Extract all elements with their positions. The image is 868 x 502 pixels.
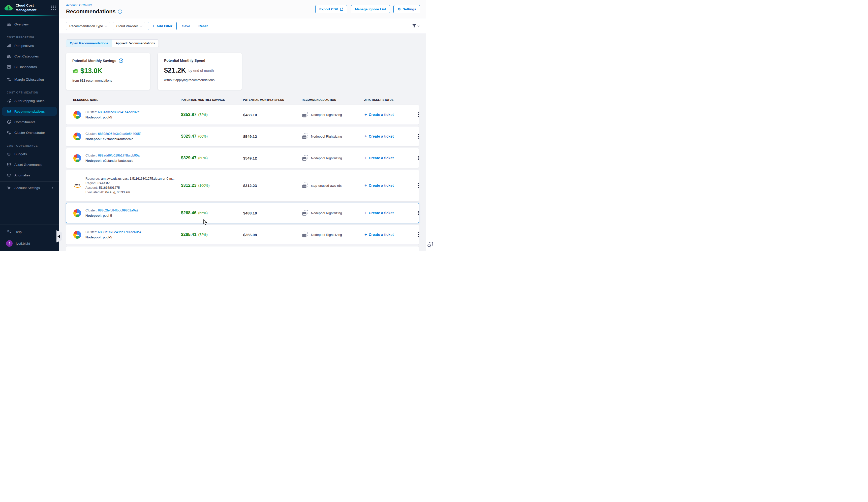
row-menu-button[interactable] [416, 231, 420, 238]
sidebar-item-cost-categories[interactable]: Cost Categories [0, 52, 57, 61]
create-ticket-button[interactable]: + Create a ticket [364, 156, 394, 160]
resource-line: Cluster:688c2fefc84fbdc99801a0a2 [85, 208, 138, 212]
rightsizing-action-icon [302, 112, 309, 118]
sidebar-item-label: BI Dashboards [14, 65, 37, 69]
save-filter-button[interactable]: Save [182, 24, 190, 28]
resource-line: Cluster:6881a3ccc887941a4ee202ff [85, 110, 140, 114]
sidebar-item-commitments[interactable]: Commitments [0, 118, 57, 126]
cluster-link[interactable]: 6888b1c70e49db17c1de60c4 [98, 230, 141, 234]
sidebar-item-perspectives[interactable]: Perspectives [0, 41, 57, 50]
create-ticket-button[interactable]: + Create a ticket [364, 210, 394, 216]
settings-button[interactable]: ⚙ Settings [393, 5, 420, 13]
sidebar-section-heading: COST OPTIMIZATION [0, 86, 59, 96]
table-row[interactable]: ☁ Cluster:6886e92f59a48cad86b5b1c6 $244.… [66, 246, 419, 251]
tab-applied-recommendations[interactable]: Applied Recommendations [112, 40, 158, 47]
savings-value: $13.0K [80, 67, 102, 75]
savings-card-title: Potential Monthly Savings [72, 59, 116, 63]
sidebar-item-label: Cluster Orchestrator [14, 131, 45, 135]
breadcrumb[interactable]: Account: CCM-NG [66, 3, 122, 7]
sidebar-item-account-settings[interactable]: Account Settings [0, 184, 57, 192]
resource-line-label: Nodepool: [85, 115, 102, 119]
row-menu-button[interactable] [416, 182, 420, 189]
page-title: Recommendations [66, 8, 116, 15]
sidebar-item-help[interactable]: ? Help [0, 228, 59, 236]
potential-spend-card: Potential Monthly Spend $21.2K by end of… [158, 53, 242, 90]
column-header: RESOURCE NAME [73, 98, 181, 101]
sidebar-item-label: Budgets [14, 152, 27, 156]
create-ticket-button[interactable]: + Create a ticket [364, 112, 394, 117]
resource-line-value: 04 Aug, 06:33 am [105, 190, 130, 194]
column-header: POTENTIAL MONTHLY SAVINGS [181, 98, 243, 101]
table-row[interactable]: ☁ Cluster:68898c064e3e2ba0e544005f Nodep… [66, 126, 419, 146]
shield-dollar-icon: $ [7, 163, 11, 167]
app-title: Cloud Cost Management [16, 3, 49, 12]
sidebar-item-anomalies[interactable]: Anomalies [0, 171, 57, 179]
resource-line-value: e2standar4autoscale [103, 137, 133, 141]
svg-text:$: $ [7, 6, 10, 10]
resource-line: Cluster:6888b1c70e49db17c1de60c4 [85, 230, 141, 234]
table-row[interactable]: ☁ Cluster:688c2fefc84fbdc99801a0a2 Nodep… [66, 203, 419, 223]
table-row[interactable]: ☁ Cluster:6888b1c70e49db17c1de60c4 Nodep… [66, 224, 419, 245]
question-icon[interactable]: ? [119, 59, 123, 63]
tab-open-recommendations[interactable]: Open Recommendations [66, 40, 112, 47]
create-ticket-button[interactable]: + Create a ticket [364, 183, 394, 188]
chevron-down-icon [417, 24, 420, 27]
reset-filter-button[interactable]: Reset [198, 24, 208, 28]
filter-panel-toggle[interactable] [412, 24, 420, 28]
add-filter-button[interactable]: + Add Filter [148, 22, 176, 30]
sidebar-item-budgets[interactable]: $ Budgets [0, 150, 57, 158]
cluster-link[interactable]: 688c2fefc84fbdc99801a0a2 [98, 208, 138, 212]
user-menu[interactable]: J jyoti.bisht [0, 239, 59, 248]
rightsizing-action-icon [302, 210, 309, 216]
cloud-provider-dropdown[interactable]: Cloud Provider [113, 22, 145, 30]
sidebar-item-cluster-orchestrator[interactable]: Cluster Orchestrator [0, 128, 57, 137]
sidebar-section-heading: COST GOVERNANCE [0, 139, 59, 150]
table-row[interactable]: aws Resource:arn:aws:rds:us-east-1:51161… [66, 170, 419, 201]
export-csv-button[interactable]: Export CSV [315, 5, 347, 13]
table-row[interactable]: ☁ Cluster:6881a3ccc887941a4ee202ff Nodep… [66, 105, 419, 125]
cluster-link[interactable]: 6881a3ccc887941a4ee202ff [98, 110, 140, 114]
recommendation-type-dropdown[interactable]: Recommendation Type [66, 22, 110, 30]
chat-bubbles-icon[interactable] [427, 242, 433, 248]
info-icon[interactable]: i [118, 10, 122, 14]
manage-ignore-list-button[interactable]: Manage Ignore List [351, 5, 390, 13]
row-savings-percent: (72%) [198, 233, 207, 237]
sidebar-item-label: AutoStopping Rules [14, 99, 44, 103]
sidebar-item-overview[interactable]: Overview [0, 20, 57, 29]
recommendations-table: ☁ Cluster:6881a3ccc887941a4ee202ff Nodep… [66, 105, 419, 251]
row-menu-button[interactable] [416, 154, 420, 162]
create-ticket-button[interactable]: + Create a ticket [364, 232, 394, 237]
resource-line: Nodepool:pool-5 [85, 115, 140, 119]
resource-line-value: e2standar4autoscale [103, 159, 133, 163]
sidebar-item-margin-obfuscation[interactable]: Margin Obfuscation [0, 75, 57, 84]
app-window: $ Cloud Cost Management Overview COST RE… [0, 0, 434, 251]
app-switcher-icon[interactable] [51, 6, 56, 10]
resource-line: Nodepool:pool-5 [85, 214, 138, 218]
row-menu-button[interactable] [416, 111, 420, 118]
svg-text:$: $ [9, 164, 10, 166]
row-savings-percent: (55%) [198, 211, 207, 215]
cluster-link[interactable]: 68898c064e3e2ba0e544005f [98, 132, 141, 136]
resource-line-label: Nodepool: [85, 137, 102, 141]
spend-value: $21.2K [164, 66, 186, 74]
resource-line-value: 511616801275 [99, 186, 120, 189]
sidebar-item-recommendations[interactable]: Recommendations [2, 107, 57, 116]
gcp-cloud-icon: ☁ [73, 133, 81, 140]
gcp-cloud-icon: ☁ [73, 111, 81, 119]
rightsizing-action-icon [302, 133, 309, 139]
gcp-cloud-icon: ☁ [73, 231, 81, 239]
dashboard-icon [7, 65, 11, 69]
sidebar-item-asset-governance[interactable]: $ Asset Governance [0, 160, 57, 169]
table-row[interactable]: ☁ Cluster:688add6fb019b17f9bccb95a Nodep… [66, 148, 419, 168]
row-menu-button[interactable] [416, 209, 420, 217]
row-menu-button[interactable] [416, 133, 420, 140]
create-ticket-button[interactable]: + Create a ticket [364, 134, 394, 139]
sidebar-item-label: Overview [14, 22, 29, 26]
plus-icon: + [364, 112, 367, 117]
column-header: JIRA TICKET STATUS [364, 98, 416, 101]
cluster-link[interactable]: 688add6fb019b17f9bccb95a [98, 154, 140, 157]
sidebar-item-bi-dashboards[interactable]: BI Dashboards [0, 63, 57, 71]
row-savings-percent: (60%) [198, 134, 207, 138]
sidebar-item-autostopping-rules[interactable]: AutoStopping Rules [0, 96, 57, 105]
rightsizing-action-icon [302, 231, 309, 238]
